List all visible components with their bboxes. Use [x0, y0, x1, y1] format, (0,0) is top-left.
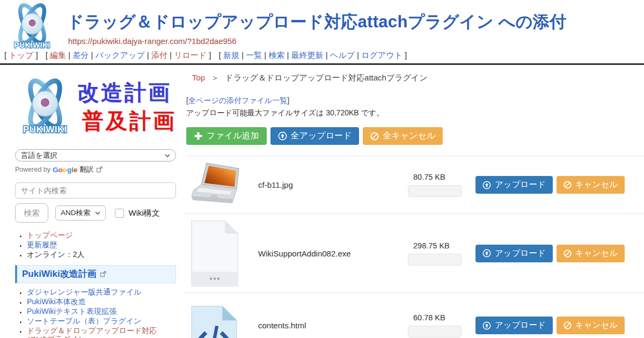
page-header: ドラッグ＆ドロップアップロード対応attachプラグイン への添付 https:… [0, 0, 644, 65]
search-button[interactable]: 検索 [15, 203, 48, 223]
attach-file-list-row: [全ページの添付ファイル一覧] [186, 96, 644, 106]
section-heading-label: PukiWiki改造計画 [22, 268, 97, 280]
sidebar-quick-links: トップページ更新履歴オンライン：2人 [15, 231, 177, 259]
nav-item[interactable]: バックアップ [96, 50, 145, 60]
add-files-button[interactable]: ファイル追加 [186, 127, 267, 145]
upload-circle-icon [482, 249, 491, 258]
file-name: WikiSupportAddin082.exe [256, 249, 408, 258]
all-pages-attach-link[interactable]: 全ページの添付ファイル一覧 [188, 96, 287, 105]
cancel-circle-icon [370, 132, 379, 141]
chevron-down-icon [165, 154, 170, 157]
and-search-value: AND検索 [61, 208, 91, 218]
sidebar-link[interactable]: トップページ [27, 231, 177, 240]
sidebar-logo: 改造計画 普及計画 [15, 77, 177, 141]
nav-item[interactable]: トップ [9, 50, 33, 60]
search-input[interactable] [15, 182, 176, 199]
file-size: 60.78 KB [408, 313, 468, 322]
sidebar-link[interactable]: ドラッグ＆ドロップアップロード対応attachプラグイン [27, 327, 177, 338]
and-search-select[interactable]: AND検索 [55, 205, 106, 221]
cancel-button[interactable]: キャンセル [557, 317, 625, 334]
sidebar-link[interactable]: ソートテーブル（表）プラグイン [27, 317, 177, 326]
file-size-cell: 298.75 KB [408, 241, 468, 266]
sidebar-section-heading[interactable]: PukiWiki改造計画 [15, 265, 176, 283]
bracket: ] [287, 96, 289, 105]
bulk-action-row: ファイル追加 全アップロード 全キャンセル [186, 127, 644, 145]
progress-bar [408, 185, 462, 197]
language-select[interactable]: 言語を選択 [15, 149, 176, 161]
pukiwiki-atom-icon [15, 77, 75, 137]
list-item: オンライン：2人 [27, 251, 177, 259]
external-link-icon [96, 166, 103, 173]
sidebar-link[interactable]: 更新履歴 [27, 241, 177, 249]
nav-item[interactable]: ログアウト [361, 50, 402, 60]
search-controls: 検索 AND検索 Wiki構文 [15, 203, 177, 223]
laptop-photo-thumbnail [191, 162, 256, 208]
powered-by-label: Powered by [15, 166, 50, 173]
progress-bar [408, 326, 462, 337]
main-content: Top ＞ ドラッグ＆ドロップアップロード対応attachプラグイン [全ページ… [185, 70, 644, 338]
breadcrumb: Top ＞ ドラッグ＆ドロップアップロード対応attachプラグイン [192, 73, 644, 83]
cancel-circle-icon [564, 321, 572, 329]
language-select-value: 言語を選択 [21, 151, 57, 160]
upload-circle-icon [278, 131, 287, 141]
upload-circle-icon [482, 181, 491, 189]
cancel-circle-icon [564, 249, 572, 258]
nav-item[interactable]: 最終更新 [291, 50, 324, 60]
upload-file-list: cf-b11.jpg 80.75 KB アップロード キャンセル [185, 156, 644, 338]
page-title: ドラッグ＆ドロップアップロード対応attachプラグイン への添付 [67, 11, 566, 33]
nav-item[interactable]: ヘルプ [330, 50, 355, 60]
upload-button[interactable]: アップロード [475, 176, 553, 194]
sidebar-link[interactable]: PukiWikiテキスト表現拡張 [27, 307, 177, 316]
chevron-down-icon [95, 211, 100, 215]
external-link-icon [100, 271, 106, 277]
logo-line1: 改造計画 [77, 78, 177, 107]
file-name: contents.html [256, 321, 408, 330]
sidebar-link[interactable]: PukiWiki本体改造 [27, 298, 177, 306]
nav-item[interactable]: 新規 [223, 50, 239, 60]
cancel-button[interactable]: キャンセル [557, 245, 625, 262]
wiki-syntax-label: Wiki構文 [129, 208, 160, 218]
translate-link[interactable]: 翻訳 [80, 165, 94, 174]
nav-item[interactable]: リロード [174, 50, 207, 60]
file-size: 80.75 KB [408, 173, 468, 181]
sidebar-link[interactable]: ダジャレンジャー版共通ファイル [27, 288, 177, 297]
breadcrumb-separator: ＞ [211, 73, 219, 82]
progress-bar [408, 254, 462, 266]
breadcrumb-current: ドラッグ＆ドロップアップロード対応attachプラグイン [225, 73, 428, 82]
sidebar-links: ダジャレンジャー版共通ファイルPukiWiki本体改造PukiWikiテキスト表… [15, 288, 177, 338]
upload-circle-icon [482, 321, 491, 330]
cancel-circle-icon [564, 181, 572, 189]
cancel-button[interactable]: キャンセル [557, 176, 625, 194]
cancel-all-button[interactable]: 全キャンセル [363, 127, 443, 145]
upload-button[interactable]: アップロード [475, 317, 553, 334]
nav-item[interactable]: 検索 [268, 50, 284, 60]
wiki-syntax-checkbox[interactable] [115, 209, 124, 218]
file-size-cell: 60.78 KB [408, 313, 468, 337]
sidebar: 改造計画 普及計画 言語を選択 Powered by Google 翻訳 検索 … [15, 70, 177, 338]
file-size-cell: 80.75 KB [408, 173, 468, 197]
file-row: cf-b11.jpg 80.75 KB アップロード キャンセル [185, 156, 644, 214]
max-filesize-text: アップロード可能最大ファイルサイズは 30,720KB です。 [186, 108, 644, 118]
html-code-file-icon [191, 270, 256, 338]
file-size: 298.75 KB [408, 241, 468, 250]
nav-item[interactable]: 差分 [72, 50, 89, 60]
breadcrumb-home-link[interactable]: Top [192, 73, 205, 82]
plus-icon [194, 131, 203, 141]
file-name: cf-b11.jpg [256, 180, 408, 189]
nav-item[interactable]: 一覧 [246, 50, 262, 60]
file-row: contents.html 60.78 KB アップロード キャンセル [185, 292, 644, 338]
pukiwiki-logo-icon[interactable] [8, 2, 57, 52]
nav-item[interactable]: 添付 [151, 50, 167, 60]
google-logo: Google [53, 166, 78, 174]
page-url-link[interactable]: https://pukiwiki.dajya-ranger.com/?1bd2d… [68, 36, 237, 46]
logo-line2: 普及計画 [82, 107, 177, 135]
upload-button[interactable]: アップロード [475, 245, 553, 262]
upload-all-button[interactable]: 全アップロード [270, 127, 360, 145]
main-nav: [ トップ ][ 編集 | 差分 | バックアップ | 添付 | リロード ][… [4, 50, 414, 61]
nav-item[interactable]: 編集 [50, 50, 66, 60]
powered-by-google: Powered by Google 翻訳 [15, 165, 177, 174]
